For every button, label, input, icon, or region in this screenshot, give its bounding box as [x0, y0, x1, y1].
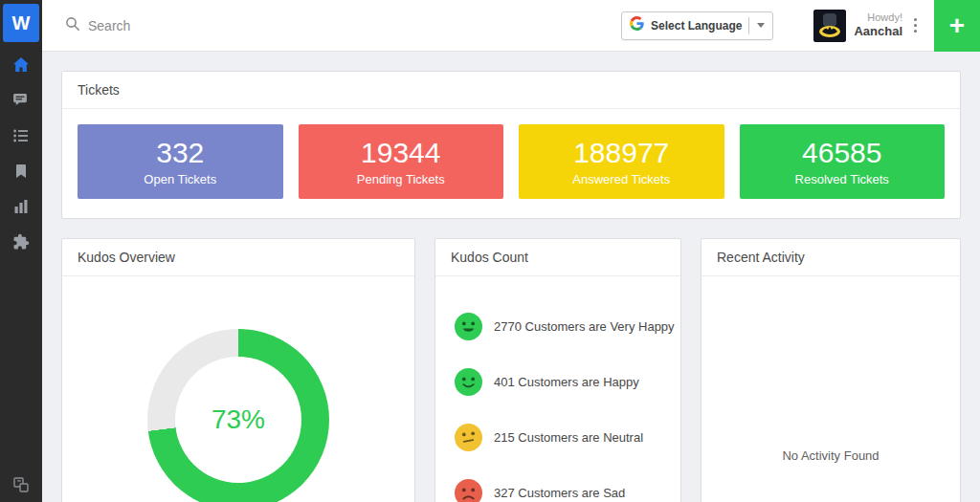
kudos-count-panel: Kudos Count 2770 Customers are Very Happ… — [434, 238, 681, 502]
language-caret-box[interactable] — [748, 17, 765, 34]
kudos-percent-label: 73% — [212, 404, 265, 435]
open-tickets-count: 332 — [156, 137, 204, 170]
kudos-list: 2770 Customers are Very Happy 401 Custom… — [435, 276, 680, 502]
puzzle-icon[interactable] — [11, 232, 31, 251]
answered-tickets-tile[interactable]: 188977 Answered Tickets — [519, 124, 724, 199]
kudos-donut: 73% — [147, 329, 329, 502]
recent-activity-panel: Recent Activity No Activity Found — [701, 238, 961, 502]
select-language-label: Select Language — [651, 19, 742, 33]
user-menu: Howdy! Aanchal — [813, 10, 934, 42]
kudos-neutral-text: 215 Customers are Neutral — [494, 430, 643, 445]
add-new-button[interactable]: + — [934, 0, 980, 52]
resolved-tickets-count: 46585 — [802, 137, 881, 170]
avatar[interactable] — [813, 10, 846, 42]
kudos-item-very-happy: 2770 Customers are Very Happy — [455, 313, 680, 340]
pending-tickets-tile[interactable]: 19344 Pending Tickets — [299, 124, 504, 199]
kudos-donut-hole: 73% — [175, 357, 301, 483]
open-tickets-tile[interactable]: 332 Open Tickets — [78, 124, 283, 199]
caret-down-icon — [757, 23, 765, 28]
kudos-donut-wrap: 73% — [62, 329, 414, 502]
answered-tickets-count: 188977 — [573, 137, 669, 170]
language-icon[interactable] — [11, 475, 31, 494]
dashboard-page: W — [0, 0, 980, 502]
kudos-count-title: Kudos Count — [435, 239, 680, 276]
tickets-panel: Tickets 332 Open Tickets 19344 Pending T… — [61, 71, 961, 219]
kudos-item-neutral: 215 Customers are Neutral — [455, 424, 680, 451]
recent-activity-title: Recent Activity — [702, 239, 960, 276]
neutral-face-icon — [455, 424, 482, 451]
user-greeting-block[interactable]: Howdy! Aanchal — [854, 11, 902, 40]
select-language-button[interactable]: Select Language — [621, 11, 773, 40]
kebab-menu-icon[interactable] — [910, 14, 921, 36]
kudos-sad-text: 327 Customers are Sad — [494, 486, 625, 500]
ticket-stats: 332 Open Tickets 19344 Pending Tickets 1… — [62, 109, 960, 218]
username-text: Aanchal — [854, 24, 902, 39]
search-icon — [65, 16, 80, 35]
home-icon[interactable] — [11, 55, 31, 75]
resolved-tickets-label: Resolved Tickets — [795, 172, 889, 186]
kudos-overview-title: Kudos Overview — [62, 239, 414, 276]
search-input[interactable] — [88, 18, 375, 33]
sidebar-nav — [0, 55, 42, 251]
topbar: Select Language Howdy! Aanchal + — [42, 0, 980, 52]
kudos-item-sad: 327 Customers are Sad — [455, 479, 680, 502]
greeting-text: Howdy! — [854, 11, 902, 25]
bar-chart-icon[interactable] — [11, 197, 31, 216]
kudos-item-happy: 401 Customers are Happy — [455, 368, 680, 396]
bookmark-icon[interactable] — [11, 162, 31, 181]
resolved-tickets-tile[interactable]: 46585 Resolved Tickets — [740, 124, 946, 199]
happy-face-icon — [455, 368, 482, 396]
very-happy-face-icon — [455, 313, 482, 340]
open-tickets-label: Open Tickets — [144, 172, 216, 186]
main-content: Tickets 332 Open Tickets 19344 Pending T… — [42, 52, 980, 502]
search-bar — [65, 16, 375, 35]
pending-tickets-count: 19344 — [361, 137, 440, 170]
sidebar: W — [0, 0, 42, 502]
pending-tickets-label: Pending Tickets — [357, 172, 445, 186]
tickets-panel-title: Tickets — [62, 72, 960, 109]
kudos-overview-panel: Kudos Overview 73% — [61, 238, 415, 502]
app-logo[interactable]: W — [3, 4, 39, 42]
kudos-very-happy-text: 2770 Customers are Very Happy — [494, 319, 675, 334]
no-activity-message: No Activity Found — [702, 276, 960, 463]
list-icon[interactable] — [11, 126, 31, 145]
google-icon — [630, 16, 644, 34]
chat-icon[interactable] — [11, 91, 31, 110]
kudos-happy-text: 401 Customers are Happy — [494, 375, 639, 389]
sad-face-icon — [455, 479, 482, 502]
widgets-row: Kudos Overview 73% Kudos Count 2770 Cust… — [61, 238, 961, 502]
answered-tickets-label: Answered Tickets — [572, 172, 670, 186]
